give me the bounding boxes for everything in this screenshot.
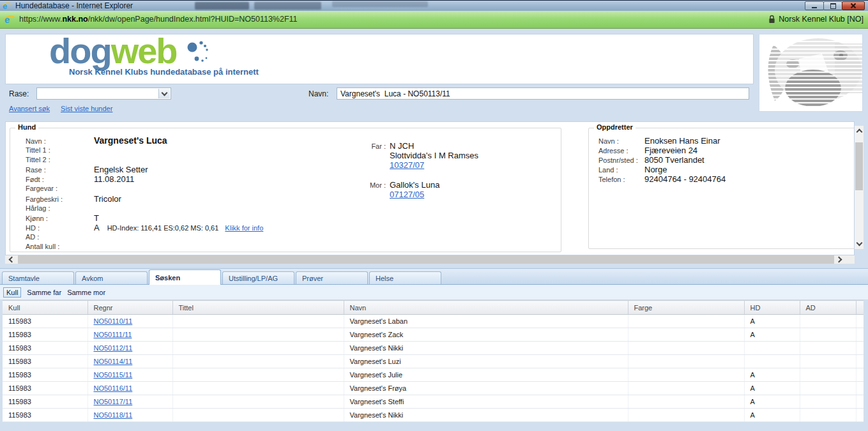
horizontal-scrollbar[interactable]: [5, 255, 855, 264]
cell-filler: [856, 355, 864, 368]
aero-glass-artifact: [332, 1, 428, 7]
page-content: dogweb Norsk Kennel Klubs hundedatabase …: [0, 29, 868, 431]
sist-viste-hunder-link[interactable]: Sist viste hunder: [61, 105, 112, 112]
regnr-link[interactable]: NO50116/11: [94, 384, 133, 392]
url-path: /nkk/dw/openPage/hundIndex.html?HUID=NO5…: [88, 15, 298, 24]
parents-block: Far : N JCH Slottvidda's I M Ramses 1032…: [360, 141, 560, 199]
scroll-left-arrow[interactable]: [5, 255, 17, 264]
chevron-down-icon: [158, 89, 170, 98]
regnr-link[interactable]: NO50112/11: [94, 344, 133, 352]
far-regnr-link[interactable]: 10327/07: [390, 160, 424, 170]
paw-dots-icon: [186, 40, 222, 68]
oppdretter-rows: Navn :Enoksen Hans EinarAdresse :Fjæreve…: [589, 136, 855, 184]
maximize-icon: [830, 3, 836, 9]
address-bar[interactable]: e https://www.nkk.no/nkk/dw/openPage/hun…: [0, 11, 868, 29]
cell-hd: A: [744, 328, 800, 342]
photo-scanline-overlay: [759, 34, 862, 111]
far-row: Far : N JCH Slottvidda's I M Ramses 1032…: [360, 141, 560, 170]
scroll-down-arrow[interactable]: [855, 239, 864, 248]
field-label: Navn :: [589, 137, 644, 146]
column-header-filler: [856, 301, 864, 315]
window-controls: [805, 1, 865, 10]
table-row: 115983NO50110/11Vargneset's LabanA: [3, 315, 864, 328]
logo-word-dog: dog: [49, 31, 111, 71]
security-status[interactable]: Norsk Kennel Klub [NO]: [768, 15, 864, 24]
minimize-icon: [812, 7, 817, 8]
mor-regnr-link[interactable]: 07127/05: [390, 190, 424, 199]
tab-prover[interactable]: Prøver: [296, 271, 368, 284]
cell-tittel: [172, 382, 344, 395]
oppdretter-field-row: Telefon :92404764 - 92404764: [589, 174, 855, 184]
cell-navn: Vargneset's Zack: [344, 328, 628, 342]
minimize-button[interactable]: [805, 1, 824, 10]
url-text[interactable]: https://www.nkk.no/nkk/dw/openPage/hundI…: [19, 15, 298, 24]
cell-kull: 115983: [3, 395, 88, 409]
dog-details-panel: Hund Navn :Vargneset's LucaTittel 1 :Tit…: [5, 121, 855, 255]
filter-samme-far[interactable]: Samme far: [27, 289, 61, 296]
oppdretter-field-row: Land :Norge: [589, 165, 855, 174]
tab-avkom[interactable]: Avkom: [75, 271, 148, 284]
close-button[interactable]: [842, 1, 865, 10]
field-label: Antall kull :: [10, 242, 94, 252]
cell-regnr: NO50118/11: [88, 409, 172, 422]
cell-ad: [800, 368, 856, 382]
hd-info-link[interactable]: Klikk for info: [225, 223, 263, 233]
cell-filler: [856, 315, 864, 328]
cell-regnr: NO50114/11: [88, 355, 172, 368]
tab-strip: Stamtavle Avkom Søsken Utstilling/LP/AG …: [0, 268, 868, 285]
url-prefix: https://www.: [19, 15, 62, 24]
table-row: 115983NO50115/11Vargneset's JulieA: [3, 368, 864, 382]
vertical-scrollbar[interactable]: [855, 126, 864, 249]
regnr-link[interactable]: NO50115/11: [94, 371, 133, 379]
aero-glass-artifact: [254, 2, 321, 10]
scroll-right-arrow[interactable]: [834, 255, 846, 264]
rase-select[interactable]: [36, 87, 171, 100]
cell-tittel: [172, 368, 344, 382]
maximize-button[interactable]: [823, 1, 842, 10]
field-value: Fjæreveien 24: [644, 146, 697, 155]
sibling-filter-bar: Kull Samme far Samme mor: [0, 285, 868, 300]
regnr-link[interactable]: NO50110/11: [94, 317, 133, 325]
navn-input[interactable]: [337, 87, 749, 100]
regnr-link[interactable]: NO50118/11: [94, 411, 133, 419]
table-row: 115983NO50114/11Vargneset's Luzi: [3, 355, 864, 368]
cell-ad: [800, 382, 856, 395]
regnr-link[interactable]: NO50117/11: [94, 398, 133, 405]
table-row: 115983NO50118/11Vargneset's NikkiA: [3, 409, 864, 422]
tab-helse[interactable]: Helse: [369, 271, 441, 284]
cell-navn: Vargneset's Frøya: [344, 382, 628, 395]
field-label: Telefon :: [589, 175, 644, 185]
avansert-sok-link[interactable]: Avansert søk: [9, 105, 50, 112]
tab-sosken[interactable]: Søsken: [149, 269, 221, 285]
field-label: Rase :: [10, 165, 94, 175]
regnr-link[interactable]: NO50111/11: [94, 331, 132, 338]
cell-regnr: NO50112/11: [88, 342, 172, 355]
cell-ad: [800, 342, 856, 355]
header-panel: dogweb Norsk Kennel Klubs hundedatabase …: [5, 34, 754, 84]
cell-kull: 115983: [3, 342, 88, 355]
field-value: 11.08.2011: [94, 174, 134, 184]
filter-samme-mor[interactable]: Samme mor: [67, 289, 105, 296]
regnr-link[interactable]: NO50114/11: [94, 358, 133, 365]
cell-hd: A: [744, 368, 800, 382]
oppdretter-field-row: Adresse :Fjæreveien 24: [589, 146, 855, 155]
filter-kull[interactable]: Kull: [3, 287, 21, 298]
hund-field-row: HD :AHD-Index: 116,41 ES:0,62 MS: 0,61Kl…: [10, 223, 561, 232]
scroll-up-arrow[interactable]: [855, 126, 864, 135]
cell-kull: 115983: [3, 368, 88, 382]
cell-navn: Vargneset's Nikki: [344, 409, 628, 422]
field-label: Fargevar :: [10, 184, 94, 193]
horizontal-scrollbar-thumb[interactable]: [18, 255, 834, 264]
column-header: AD: [800, 301, 856, 315]
window-title: Hundedatabase - Internet Explorer: [15, 1, 133, 10]
cell-ad: [800, 409, 856, 422]
tab-utstilling[interactable]: Utstilling/LP/AG: [222, 271, 294, 284]
vertical-scrollbar-thumb[interactable]: [855, 142, 863, 190]
cell-filler: [856, 382, 864, 395]
field-label: Fargbeskri :: [10, 195, 94, 204]
tab-stamtavle[interactable]: Stamtavle: [2, 271, 74, 284]
field-label: Land :: [589, 165, 644, 175]
close-icon: [850, 3, 857, 9]
field-value: 92404764 - 92404764: [644, 174, 726, 184]
oppdretter-field-row: Navn :Enoksen Hans Einar: [589, 136, 855, 146]
